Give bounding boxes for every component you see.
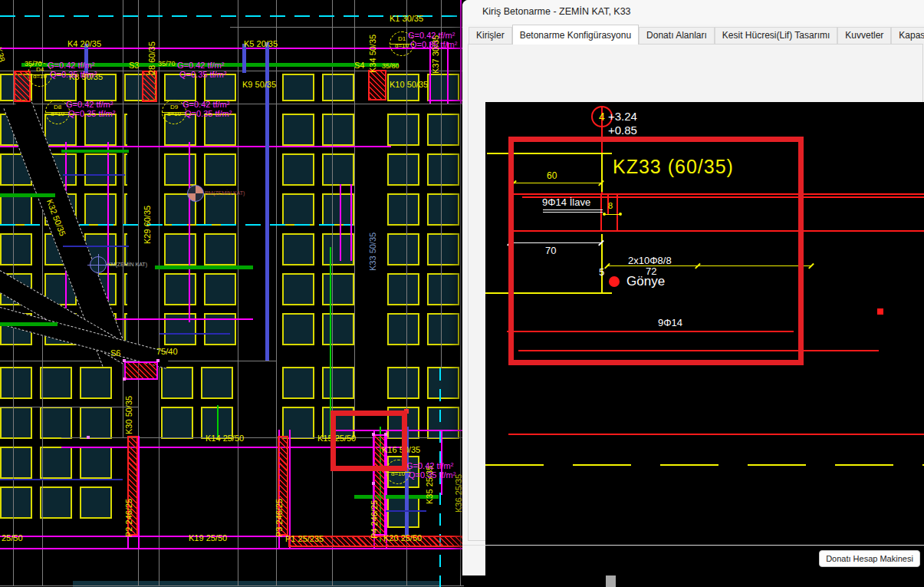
load-label-g: G=0.42 tf/m²: [48, 61, 94, 70]
detail-circle-line: [162, 112, 186, 113]
slab-cell: [387, 233, 419, 265]
beam-label: S4: [354, 61, 364, 70]
app-root: D4d=10D8d=10D9d=10D1d=10 d=10RM(ZEMİN KA…: [0, 0, 924, 587]
dimension-line-navy: [0, 479, 123, 480]
slab-cell: [84, 114, 117, 146]
beam-label: 28 60/35: [147, 41, 156, 74]
load-label-g: G=0.42 tf/m²: [408, 31, 455, 40]
slab-cell: [204, 273, 236, 305]
rebar-bar-green: [0, 193, 55, 197]
dialog-titlebar[interactable]: Kiriş Betonarme - ZEMİN KAT, K33: [462, 0, 924, 25]
compass-icon: [90, 256, 107, 273]
slab-cell: [40, 486, 72, 519]
slab-cell: [282, 313, 314, 345]
load-label-g: G=0.42 tf/m²: [406, 461, 453, 470]
slab-cell: [80, 447, 112, 479]
selection-grip: [87, 436, 90, 439]
slab-cell: [204, 193, 236, 226]
load-label-g: G=0.42 tf/m²: [177, 61, 224, 70]
beam-dialog: Kiriş Betonarme - ZEMİN KAT, K33 Kirişle…: [462, 0, 924, 575]
tab-betonarme-konfig-rasyonu[interactable]: Betonarme Konfigürasyonu: [512, 25, 639, 45]
compass-icon: [187, 185, 204, 202]
slab-cell: [322, 313, 354, 345]
beam-label: K19 25/50: [189, 533, 227, 542]
slab-cell: [427, 114, 459, 146]
slab-cell: [427, 153, 459, 186]
slab-cell: [282, 193, 314, 226]
rebar-bar-green: [0, 322, 58, 326]
scrollbar-nub[interactable]: [606, 575, 616, 587]
slab-cell: [427, 407, 459, 439]
beam-label: K29 60/35: [143, 206, 152, 244]
slab-cell: [0, 233, 32, 265]
slab-cell: [204, 233, 236, 265]
tab-kiri-ler[interactable]: Kirişler: [469, 27, 512, 45]
slab-cell: [84, 193, 117, 226]
beam-line-magenta: [189, 142, 190, 322]
selection-grip: [372, 482, 375, 485]
dialog-title: Kiriş Betonarme - ZEMİN KAT, K33: [482, 6, 631, 17]
slab-cell: [204, 114, 236, 146]
slab-cell: [387, 273, 419, 305]
load-label-q: Q=0.35 tf/m²: [185, 109, 232, 118]
selection-grip: [123, 359, 126, 362]
slab-cell: [427, 74, 459, 101]
beam-detail-canvas[interactable]: 4 +3.24 +0.85 KZ33 (60/35) 60 9Φ14 İlave…: [485, 102, 924, 575]
beam-line-magenta: [0, 548, 464, 549]
slab-cell: [201, 367, 233, 399]
rebar-bar-green: [61, 150, 129, 153]
slab-cell: [427, 193, 459, 226]
rebar-line-green: [217, 405, 219, 437]
tab-donat-alanlar-[interactable]: Donatı Alanları: [639, 27, 715, 45]
tab-kapasite-tasar-m-[interactable]: Kapasite Tasarımı: [891, 27, 924, 45]
load-label-g: G=0.42 tf/m²: [182, 100, 229, 109]
slab-cell: [282, 367, 314, 399]
elevation-top: +3.24: [608, 110, 637, 123]
grid-line: [0, 407, 138, 407]
slab-cell: [0, 367, 32, 399]
beam-line-magenta: [460, 0, 462, 104]
beam-label: P2 246/25: [124, 499, 133, 537]
beam-label: K10 50/35: [390, 80, 428, 89]
slab-cell: [204, 153, 236, 186]
rebar-bar-green: [155, 265, 253, 269]
floor-plan-canvas[interactable]: D4d=10D8d=10D9d=10D1d=10 d=10RM(ZEMİN KA…: [0, 0, 464, 587]
selection-grip: [156, 359, 159, 362]
dimension-line-navy: [63, 174, 125, 176]
slab-cell: [322, 193, 354, 226]
beam-label: S6: [110, 348, 120, 358]
slab-cell: [282, 273, 314, 305]
rebar-calculator-button[interactable]: Donatı Hesap Makinesi: [819, 550, 920, 567]
tab-kuvvetler[interactable]: Kuvvetler: [837, 27, 891, 45]
column-hatch: [368, 70, 386, 101]
slab-cell: [0, 486, 32, 519]
detail-circle-line: [45, 112, 70, 113]
slab-cell: [40, 447, 72, 479]
load-label-q: Q=0.35 tf/m²: [68, 109, 115, 118]
selection-grip[interactable]: [877, 308, 883, 315]
slab-cell: [322, 153, 354, 186]
beam-line-magenta: [428, 100, 462, 101]
tab-kesit-h-cresi-lif-tasar-m-[interactable]: Kesit Hücresi(Lif) Tasarımı: [715, 27, 837, 45]
slab-cell: [387, 496, 419, 528]
slab-cell: [387, 193, 419, 226]
beam-label: K1 30/35: [390, 14, 423, 23]
compass-label: RM(ZEMİN KAT): [205, 190, 245, 196]
load-label-q: Q=0.35 tf/m²: [50, 70, 97, 79]
beam-label: P3 246/25: [275, 499, 284, 537]
slab-cell: [322, 233, 354, 265]
highlight-rectangle: [330, 411, 407, 471]
slab-cell: [164, 233, 196, 265]
grid-line: [0, 585, 464, 586]
grid-line: [441, 0, 442, 368]
slab-cell: [40, 407, 72, 439]
detail-circle-line: [386, 472, 410, 473]
load-label-q: Q=0.35 tf/m²: [179, 70, 226, 79]
beam-label: K30 50/35: [124, 396, 133, 434]
beam-label: 35/70: [25, 59, 42, 68]
slab-cell: [282, 114, 314, 146]
slab-cell: [387, 367, 419, 399]
slab-cell: [0, 193, 32, 226]
grid-line: [42, 0, 43, 585]
grid-line: [276, 0, 277, 585]
